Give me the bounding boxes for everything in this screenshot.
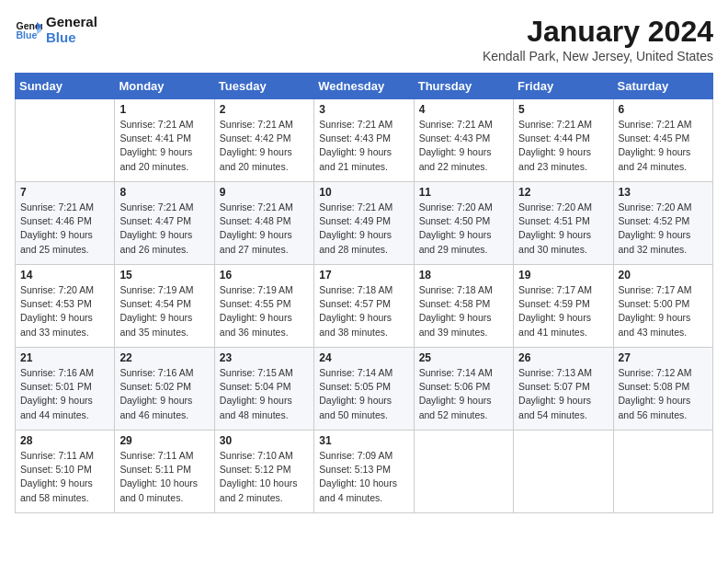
day-number: 8 [119, 186, 209, 199]
weekday-header: Wednesday [314, 74, 414, 99]
day-number: 29 [119, 434, 209, 447]
day-info: Sunrise: 7:21 AMSunset: 4:42 PMDaylight:… [220, 118, 309, 174]
day-number: 31 [319, 434, 408, 447]
day-info: Sunrise: 7:11 AMSunset: 5:11 PMDaylight:… [119, 449, 209, 505]
day-info: Sunrise: 7:09 AMSunset: 5:13 PMDaylight:… [319, 449, 408, 505]
calendar-cell: 16Sunrise: 7:19 AMSunset: 4:55 PMDayligh… [214, 265, 313, 348]
calendar-cell: 18Sunrise: 7:18 AMSunset: 4:58 PMDayligh… [414, 265, 513, 348]
day-info: Sunrise: 7:21 AMSunset: 4:44 PMDaylight:… [518, 118, 608, 174]
calendar-cell: 28Sunrise: 7:11 AMSunset: 5:10 PMDayligh… [16, 431, 115, 513]
logo: General Blue General Blue [15, 15, 97, 45]
day-info: Sunrise: 7:21 AMSunset: 4:48 PMDaylight:… [220, 201, 309, 257]
day-number: 20 [619, 269, 708, 282]
day-info: Sunrise: 7:21 AMSunset: 4:47 PMDaylight:… [119, 201, 209, 257]
weekday-header: Friday [514, 74, 613, 99]
day-info: Sunrise: 7:17 AMSunset: 4:59 PMDaylight:… [518, 283, 608, 339]
day-info: Sunrise: 7:19 AMSunset: 4:55 PMDaylight:… [220, 283, 309, 339]
weekday-header: Monday [115, 74, 214, 99]
calendar-cell: 11Sunrise: 7:20 AMSunset: 4:50 PMDayligh… [414, 182, 513, 265]
title-block: January 2024 Kendall Park, New Jersey, U… [483, 15, 713, 63]
calendar-cell: 12Sunrise: 7:20 AMSunset: 4:51 PMDayligh… [514, 182, 613, 265]
svg-text:Blue: Blue [17, 29, 38, 40]
calendar-cell: 19Sunrise: 7:17 AMSunset: 4:59 PMDayligh… [514, 265, 613, 348]
calendar-cell: 29Sunrise: 7:11 AMSunset: 5:11 PMDayligh… [115, 431, 214, 513]
calendar-cell: 9Sunrise: 7:21 AMSunset: 4:48 PMDaylight… [214, 182, 313, 265]
day-info: Sunrise: 7:21 AMSunset: 4:43 PMDaylight:… [419, 118, 508, 174]
day-number: 12 [518, 186, 608, 199]
day-number: 24 [319, 351, 408, 364]
calendar-cell [16, 99, 115, 182]
day-number: 10 [319, 186, 408, 199]
day-number: 2 [220, 103, 309, 116]
calendar-cell: 23Sunrise: 7:15 AMSunset: 5:04 PMDayligh… [214, 348, 313, 431]
day-info: Sunrise: 7:21 AMSunset: 4:46 PMDaylight:… [20, 201, 109, 257]
calendar-cell: 22Sunrise: 7:16 AMSunset: 5:02 PMDayligh… [115, 348, 214, 431]
day-info: Sunrise: 7:20 AMSunset: 4:50 PMDaylight:… [419, 201, 508, 257]
day-number: 17 [319, 269, 408, 282]
day-number: 16 [220, 269, 309, 282]
calendar-cell: 31Sunrise: 7:09 AMSunset: 5:13 PMDayligh… [314, 431, 414, 513]
calendar-week-row: 28Sunrise: 7:11 AMSunset: 5:10 PMDayligh… [16, 431, 713, 513]
calendar-cell: 17Sunrise: 7:18 AMSunset: 4:57 PMDayligh… [314, 265, 414, 348]
logo-icon: General Blue [15, 17, 42, 44]
day-number: 3 [319, 103, 408, 116]
calendar-cell [613, 431, 712, 513]
weekday-header-row: SundayMondayTuesdayWednesdayThursdayFrid… [16, 74, 713, 99]
day-number: 18 [419, 269, 508, 282]
calendar-week-row: 14Sunrise: 7:20 AMSunset: 4:53 PMDayligh… [16, 265, 713, 348]
calendar-cell: 15Sunrise: 7:19 AMSunset: 4:54 PMDayligh… [115, 265, 214, 348]
weekday-header: Thursday [414, 74, 513, 99]
logo-blue: Blue [46, 30, 97, 46]
day-number: 28 [20, 434, 109, 447]
calendar-cell: 3Sunrise: 7:21 AMSunset: 4:43 PMDaylight… [314, 99, 414, 182]
calendar-cell: 13Sunrise: 7:20 AMSunset: 4:52 PMDayligh… [613, 182, 712, 265]
day-number: 9 [220, 186, 309, 199]
day-info: Sunrise: 7:16 AMSunset: 5:02 PMDaylight:… [119, 366, 209, 422]
day-number: 5 [518, 103, 608, 116]
calendar-cell: 21Sunrise: 7:16 AMSunset: 5:01 PMDayligh… [16, 348, 115, 431]
calendar-cell: 5Sunrise: 7:21 AMSunset: 4:44 PMDaylight… [514, 99, 613, 182]
day-info: Sunrise: 7:20 AMSunset: 4:53 PMDaylight:… [20, 283, 109, 339]
calendar-cell: 1Sunrise: 7:21 AMSunset: 4:41 PMDaylight… [115, 99, 214, 182]
page-header: General Blue General Blue January 2024 K… [15, 15, 713, 63]
day-info: Sunrise: 7:11 AMSunset: 5:10 PMDaylight:… [20, 449, 109, 505]
calendar-cell: 6Sunrise: 7:21 AMSunset: 4:45 PMDaylight… [613, 99, 712, 182]
calendar-cell: 7Sunrise: 7:21 AMSunset: 4:46 PMDaylight… [16, 182, 115, 265]
day-info: Sunrise: 7:20 AMSunset: 4:52 PMDaylight:… [619, 201, 708, 257]
calendar-cell [514, 431, 613, 513]
day-info: Sunrise: 7:12 AMSunset: 5:08 PMDaylight:… [619, 366, 708, 422]
day-number: 30 [220, 434, 309, 447]
day-info: Sunrise: 7:16 AMSunset: 5:01 PMDaylight:… [20, 366, 109, 422]
day-info: Sunrise: 7:21 AMSunset: 4:45 PMDaylight:… [619, 118, 708, 174]
calendar-cell: 2Sunrise: 7:21 AMSunset: 4:42 PMDaylight… [214, 99, 313, 182]
day-number: 21 [20, 351, 109, 364]
calendar-cell: 4Sunrise: 7:21 AMSunset: 4:43 PMDaylight… [414, 99, 513, 182]
day-number: 19 [518, 269, 608, 282]
weekday-header: Sunday [16, 74, 115, 99]
day-info: Sunrise: 7:14 AMSunset: 5:05 PMDaylight:… [319, 366, 408, 422]
day-number: 13 [619, 186, 708, 199]
calendar-cell: 30Sunrise: 7:10 AMSunset: 5:12 PMDayligh… [214, 431, 313, 513]
calendar-week-row: 7Sunrise: 7:21 AMSunset: 4:46 PMDaylight… [16, 182, 713, 265]
day-info: Sunrise: 7:21 AMSunset: 4:43 PMDaylight:… [319, 118, 408, 174]
calendar-title: January 2024 [483, 15, 713, 49]
calendar-cell: 14Sunrise: 7:20 AMSunset: 4:53 PMDayligh… [16, 265, 115, 348]
calendar-cell: 26Sunrise: 7:13 AMSunset: 5:07 PMDayligh… [514, 348, 613, 431]
calendar-cell: 8Sunrise: 7:21 AMSunset: 4:47 PMDaylight… [115, 182, 214, 265]
calendar-week-row: 1Sunrise: 7:21 AMSunset: 4:41 PMDaylight… [16, 99, 713, 182]
calendar-cell: 10Sunrise: 7:21 AMSunset: 4:49 PMDayligh… [314, 182, 414, 265]
calendar-cell [414, 431, 513, 513]
day-number: 1 [119, 103, 209, 116]
calendar-cell: 25Sunrise: 7:14 AMSunset: 5:06 PMDayligh… [414, 348, 513, 431]
day-number: 4 [419, 103, 508, 116]
day-number: 11 [419, 186, 508, 199]
calendar-cell: 27Sunrise: 7:12 AMSunset: 5:08 PMDayligh… [613, 348, 712, 431]
calendar-subtitle: Kendall Park, New Jersey, United States [483, 49, 713, 63]
day-number: 6 [619, 103, 708, 116]
day-number: 26 [518, 351, 608, 364]
day-number: 27 [619, 351, 708, 364]
day-info: Sunrise: 7:10 AMSunset: 5:12 PMDaylight:… [220, 449, 309, 505]
day-info: Sunrise: 7:15 AMSunset: 5:04 PMDaylight:… [220, 366, 309, 422]
calendar-cell: 24Sunrise: 7:14 AMSunset: 5:05 PMDayligh… [314, 348, 414, 431]
day-number: 23 [220, 351, 309, 364]
